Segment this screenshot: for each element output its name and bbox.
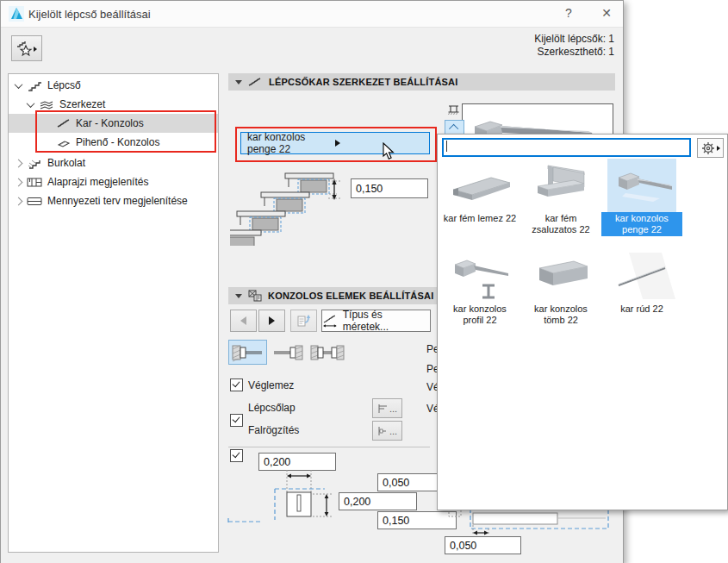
arm-type-label: kar fém lemez 22 (441, 212, 519, 225)
search-input[interactable] (442, 138, 691, 157)
tree-item-szerkezet[interactable]: Szerkezet (9, 95, 219, 114)
settings-tree: Lépcső Szerkezet Kar - Konzolos Pihenő -… (8, 73, 219, 553)
chevron-expanded-icon[interactable] (15, 80, 23, 89)
chevron-collapsed-icon[interactable] (15, 197, 23, 205)
wallfix-option-both[interactable] (308, 342, 346, 362)
arm-type-item-profil[interactable]: kar konzolos profil 22 (439, 249, 520, 327)
arm-type-thumbnail[interactable] (607, 249, 676, 303)
arm-type-thumbnail[interactable] (445, 249, 514, 303)
tree-item-piheno-konzolos[interactable]: Pihenő - Konzolos (9, 133, 219, 152)
cantilever-block-thumb (527, 251, 594, 301)
tree-item-label: Burkolat (47, 157, 85, 169)
cantilever-profile-thumb (446, 251, 513, 301)
collapse-triangle-icon[interactable] (235, 294, 242, 298)
stair-run-icon (248, 77, 263, 87)
wallfix-both-icon (310, 344, 345, 361)
transfer-settings-icon (296, 314, 311, 328)
collapse-triangle-icon[interactable] (235, 80, 242, 84)
arm-type-label: kar konzolos penge 22 (601, 212, 682, 236)
selected-stairs-count: Kijelölt lépcsők: 1 (442, 33, 614, 46)
chevron-collapsed-icon[interactable] (15, 159, 23, 167)
tree-item-kar-konzolos[interactable]: Kar - Konzolos (9, 114, 219, 133)
falrogzites-options-button[interactable]: ... (372, 421, 402, 441)
arm-type-item-rud[interactable]: kar rúd 22 (601, 249, 682, 316)
arm-type-thumbnail[interactable] (526, 159, 595, 212)
help-button[interactable]: ? (554, 1, 583, 26)
arm-type-thumbnail[interactable] (607, 159, 676, 212)
fixture-section-diagram (227, 468, 349, 530)
veglemez-label: Véglemez (248, 379, 294, 391)
wallfix-right-icon (272, 344, 303, 361)
arm-type-item-zsaluzatos[interactable]: kar fém zsaluzatos 22 (520, 159, 601, 236)
arm-type-item-tomb[interactable]: kar konzolos tömb 22 (520, 249, 601, 327)
arm-type-label: kar rúd 22 (618, 303, 666, 316)
ellipsis-label: ... (389, 426, 397, 436)
lepcsolap-options-button[interactable]: ... (372, 398, 402, 418)
arm-thickness-input[interactable] (351, 178, 428, 198)
arm-thickness-diagram (230, 168, 337, 246)
tree-item-burkolat[interactable]: Burkolat (9, 153, 219, 172)
veglemez-checkbox[interactable] (230, 378, 243, 391)
chevron-collapsed-icon[interactable] (15, 178, 23, 186)
type-and-sizes-button[interactable]: Típus és méretek... (321, 310, 431, 332)
block-height-input[interactable] (339, 492, 417, 510)
arm-type-item-penge[interactable]: kar konzolos penge 22 (601, 159, 682, 236)
chevron-expanded-icon[interactable] (27, 99, 35, 108)
type-sizes-label: Típus és méretek... (343, 309, 430, 333)
selection-counters: Kijelölt lépcsők: 1 Szerkeszthető: 1 (442, 33, 614, 59)
favorites-star-icon (16, 40, 38, 57)
flight-icon (57, 118, 71, 128)
tree-item-lepcso[interactable]: Lépcső (9, 76, 219, 95)
title-bar[interactable]: Kijelölt lépcső beállításai ? ✕ (1, 1, 623, 28)
arrow-left-icon (240, 316, 246, 325)
wallfix-detail-icon (377, 425, 388, 437)
arm-type-flyout-panel: kar fém lemez 22 kar fém zsaluzatos 22 (437, 134, 728, 510)
previous-element-button[interactable] (230, 310, 257, 332)
arm-type-label: kar konzolos tömb 22 (520, 303, 601, 327)
arm-type-item-lemez[interactable]: kar fém lemez 22 (439, 159, 520, 225)
preview-collapse-button[interactable] (445, 120, 464, 134)
metal-plate-thumb (446, 160, 513, 210)
section-title: KONZOLOS ELEMEK BEÁLLÍTÁSAI (268, 291, 433, 301)
tree-item-label: Lépcső (47, 79, 81, 91)
lepcsolap-checkbox[interactable] (230, 414, 243, 427)
wallfix-option-right[interactable] (271, 342, 305, 362)
text-caret (446, 141, 447, 152)
floor-plan-icon (27, 177, 42, 188)
tree-item-mennyezeti[interactable]: Mennyezeti terv megjelenítése (9, 191, 219, 210)
falrogzites-checkbox[interactable] (230, 449, 243, 462)
tread-detail-icon (377, 403, 388, 415)
falrogzites-label: Falrögzítés (248, 424, 299, 436)
ellipsis-label: ... (389, 403, 397, 414)
tree-item-alaprajzi[interactable]: Alaprajzi megjelenítés (9, 172, 219, 191)
transfer-settings-button[interactable] (290, 310, 317, 332)
cantilever-settings-icon (248, 290, 262, 302)
screenshot-root: { "window": { "title": "Kijelölt lépcső … (0, 0, 728, 563)
dialog-title: Kijelölt lépcső beállításai (28, 8, 151, 21)
wallfix-option-left[interactable] (228, 340, 267, 365)
tree-item-label: Szerkezet (59, 98, 105, 110)
structure-icon (39, 99, 54, 110)
rod-thumb (608, 251, 675, 301)
arm-type-thumbnail[interactable] (445, 159, 514, 212)
arrow-right-icon (269, 316, 275, 325)
wallfix-left-icon (231, 343, 264, 362)
tree-item-label: Kar - Konzolos (76, 117, 144, 129)
type-sizes-icon (322, 315, 338, 328)
arm-type-dropdown[interactable]: kar konzolos penge 22 (240, 132, 430, 154)
close-button[interactable]: ✕ (592, 1, 621, 26)
mouse-cursor (383, 142, 395, 160)
arm-type-thumbnail[interactable] (526, 249, 595, 303)
tree-item-label: Alaprajzi megjelenítés (47, 176, 148, 188)
landing-icon (57, 137, 71, 147)
flyout-settings-button[interactable] (697, 138, 724, 158)
favorites-button[interactable] (11, 35, 42, 61)
arm-structure-section-header[interactable]: LÉPCSŐKAR SZERKEZET BEÁLLÍTÁSAI (228, 73, 615, 91)
next-element-button[interactable] (258, 310, 285, 332)
support-icon[interactable] (448, 104, 459, 116)
stair-icon (27, 80, 42, 91)
flyout-arrow-icon (717, 146, 720, 151)
arm-type-label: kar fém zsaluzatos 22 (520, 212, 601, 236)
separator (228, 447, 430, 447)
gear-icon (701, 141, 715, 155)
